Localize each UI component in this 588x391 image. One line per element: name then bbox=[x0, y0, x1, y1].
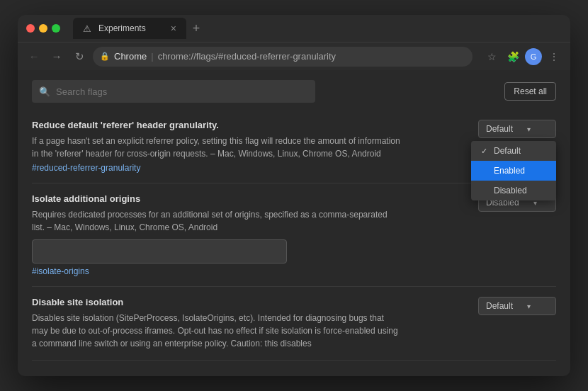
dropdown-current-value: Default bbox=[486, 301, 513, 311]
menu-button[interactable]: ⋮ bbox=[545, 47, 563, 66]
dropdown-arrow-icon: ▾ bbox=[527, 125, 531, 133]
page-content: 🔍 Reset all Reduce default 'referer' hea… bbox=[18, 70, 570, 376]
url-bar-actions: ☆ 🧩 G ⋮ bbox=[482, 47, 563, 66]
active-tab[interactable]: ⚠ Experiments × bbox=[73, 18, 186, 39]
extensions-button[interactable]: 🧩 bbox=[504, 47, 522, 66]
search-box[interactable]: 🔍 bbox=[32, 80, 315, 103]
dropdown-item-disabled[interactable]: Disabled bbox=[471, 181, 556, 200]
address-bar: ← → ↻ 🔒 Chrome | chrome://flags/#reduced… bbox=[18, 42, 570, 70]
chrome-label: Chrome bbox=[114, 51, 147, 62]
browser-window: ⚠ Experiments × + ← → ↻ 🔒 Chrome | chrom… bbox=[18, 15, 570, 376]
bookmark-button[interactable]: ☆ bbox=[482, 47, 501, 66]
flag-item-reduced-referrer: Reduce default 'referer' header granular… bbox=[32, 110, 556, 183]
lock-icon: 🔒 bbox=[100, 52, 110, 61]
flag-title: Reduce default 'referer' header granular… bbox=[32, 120, 556, 130]
dropdown-button[interactable]: Default ▾ bbox=[478, 120, 556, 138]
isolate-origins-input[interactable] bbox=[32, 239, 287, 264]
reload-button[interactable]: ↻ bbox=[70, 47, 89, 66]
dropdown-item-label: Enabled bbox=[494, 166, 525, 176]
url-text: chrome://flags/#reduced-referrer-granula… bbox=[158, 51, 336, 62]
dropdown-menu: ✓ Default Enabled Disabled bbox=[471, 141, 556, 200]
back-button[interactable]: ← bbox=[25, 47, 43, 66]
search-icon: 🔍 bbox=[39, 86, 50, 97]
dropdown-item-enabled[interactable]: Enabled bbox=[471, 161, 556, 181]
search-bar-area: 🔍 Reset all bbox=[18, 70, 570, 110]
dropdown-current-value: Default bbox=[486, 124, 513, 134]
tab-label: Experiments bbox=[98, 23, 165, 33]
flag-control-reduced-referrer: Default ▾ ✓ Default Enabled bbox=[478, 120, 556, 138]
check-mark-icon: ✓ bbox=[481, 147, 490, 156]
traffic-lights bbox=[26, 24, 60, 33]
flag-description: If a page hasn't set an explicit referre… bbox=[32, 135, 400, 160]
title-bar: ⚠ Experiments × + bbox=[18, 15, 570, 42]
search-input[interactable] bbox=[56, 86, 308, 97]
close-button[interactable] bbox=[26, 24, 35, 33]
flag-title: Disable site isolation bbox=[32, 297, 556, 307]
experiments-icon: ⚠ bbox=[83, 23, 93, 33]
url-separator: | bbox=[151, 51, 153, 62]
tab-area: ⚠ Experiments × + bbox=[73, 18, 562, 39]
forward-button[interactable]: → bbox=[47, 47, 66, 66]
flag-description: Requires dedicated processes for an addi… bbox=[32, 208, 400, 234]
reset-all-button[interactable]: Reset all bbox=[504, 82, 556, 101]
tab-close-button[interactable]: × bbox=[171, 23, 176, 33]
profile-button[interactable]: G bbox=[525, 48, 542, 65]
dropdown-arrow-icon: ▾ bbox=[527, 302, 531, 310]
flag-item-disable-site-isolation: Disable site isolation Disables site iso… bbox=[32, 287, 556, 361]
minimize-button[interactable] bbox=[39, 24, 47, 33]
url-bar[interactable]: 🔒 Chrome | chrome://flags/#reduced-refer… bbox=[93, 47, 473, 67]
flag-description: Disables site isolation (SitePerProcess,… bbox=[32, 312, 400, 350]
maximize-button[interactable] bbox=[52, 24, 60, 33]
dropdown-item-label: Default bbox=[494, 146, 521, 156]
dropdown-button[interactable]: Default ▾ bbox=[478, 297, 556, 315]
dropdown-item-default[interactable]: ✓ Default bbox=[471, 141, 556, 161]
flag-control-disable-isolation: Default ▾ bbox=[478, 297, 556, 315]
new-tab-button[interactable]: + bbox=[186, 18, 206, 38]
flags-list: Reduce default 'referer' header granular… bbox=[18, 110, 570, 376]
flag-title-highlighted: Reduce default 'referer' header granular… bbox=[32, 120, 219, 130]
dropdown-item-label: Disabled bbox=[494, 186, 527, 196]
flag-link[interactable]: #isolate-origins bbox=[32, 266, 556, 276]
dropdown-container: Default ▾ ✓ Default Enabled bbox=[478, 120, 556, 138]
